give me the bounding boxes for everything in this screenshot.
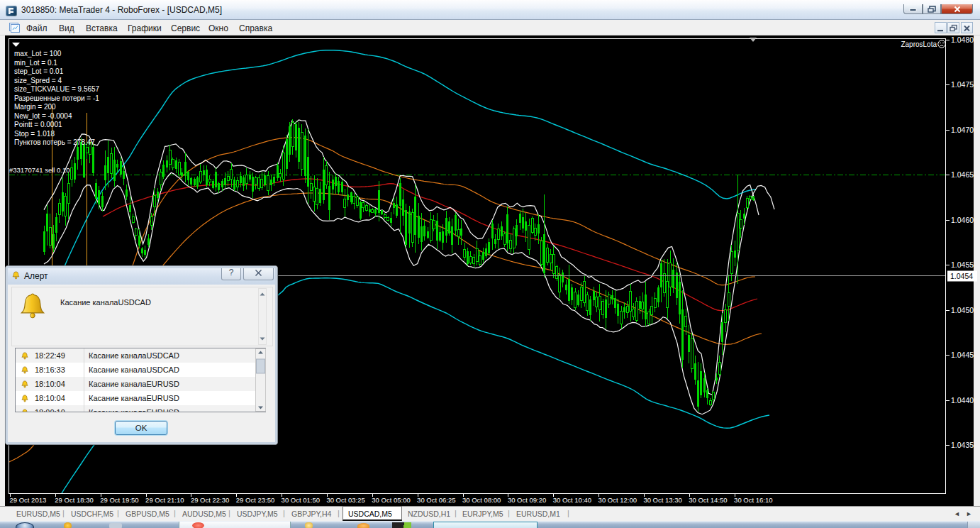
svg-text:Margin = 200: Margin = 200 <box>14 103 56 111</box>
svg-text:min_Lot = 0.1: min_Lot = 0.1 <box>14 59 57 67</box>
svg-text:1.0440: 1.0440 <box>951 396 974 405</box>
svg-text:1.0450: 1.0450 <box>951 306 974 314</box>
svg-text:1.0470: 1.0470 <box>951 126 974 134</box>
svg-text:size_Spred = 4: size_Spred = 4 <box>14 77 62 84</box>
svg-text:Pointt = 0.0001: Pointt = 0.0001 <box>14 121 62 128</box>
svg-text:1.0445: 1.0445 <box>951 351 974 359</box>
svg-text:1.0465: 1.0465 <box>951 170 974 179</box>
svg-text:30 Oct 13:30: 30 Oct 13:30 <box>643 496 681 504</box>
svg-text:29 Oct 19:50: 29 Oct 19:50 <box>100 496 138 504</box>
svg-text:Пунктов потерь = 278.47: Пунктов потерь = 278.47 <box>14 138 95 146</box>
svg-text:29 Oct 22:30: 29 Oct 22:30 <box>191 496 229 504</box>
svg-text:29 Oct 23:50: 29 Oct 23:50 <box>236 496 274 504</box>
svg-text:30 Oct 01:50: 30 Oct 01:50 <box>282 496 320 504</box>
svg-text:max_Lot = 100: max_Lot = 100 <box>14 50 62 57</box>
svg-text:30 Oct 08:00: 30 Oct 08:00 <box>462 496 501 504</box>
svg-text:30 Oct 12:00: 30 Oct 12:00 <box>598 496 637 504</box>
svg-text:New_lot = -0.0004: New_lot = -0.0004 <box>14 112 72 120</box>
svg-text:Разрешенные потери = -1: Разрешенные потери = -1 <box>14 94 99 102</box>
svg-text:1.0454: 1.0454 <box>950 272 973 280</box>
svg-text:step_Lot = 0.01: step_Lot = 0.01 <box>14 67 64 75</box>
svg-text:30 Oct 05:00: 30 Oct 05:00 <box>372 496 410 504</box>
svg-text:1.0460: 1.0460 <box>951 216 974 224</box>
svg-text:29 Oct 18:30: 29 Oct 18:30 <box>55 496 93 504</box>
svg-text:Stop = 1.018: Stop = 1.018 <box>14 130 55 138</box>
svg-text:1.0480: 1.0480 <box>951 35 974 44</box>
svg-text:ZaprosLota: ZaprosLota <box>901 40 937 48</box>
svg-text:29 Oct 21:10: 29 Oct 21:10 <box>145 496 184 504</box>
svg-text:1.0455: 1.0455 <box>951 260 974 269</box>
svg-text:#33170741 sell 0.10: #33170741 sell 0.10 <box>9 166 70 174</box>
svg-text:1.0435: 1.0435 <box>951 441 974 449</box>
svg-text:30 Oct 16:10: 30 Oct 16:10 <box>734 496 772 504</box>
svg-text:30 Oct 06:25: 30 Oct 06:25 <box>417 496 455 504</box>
svg-text:30 Oct 10:40: 30 Oct 10:40 <box>553 496 591 504</box>
svg-text:size_TICKVALUE = 9.5657: size_TICKVALUE = 9.5657 <box>14 85 100 93</box>
svg-text:1.0475: 1.0475 <box>951 80 974 89</box>
svg-text:30 Oct 03:25: 30 Oct 03:25 <box>326 496 364 504</box>
svg-text:30 Oct 09:20: 30 Oct 09:20 <box>508 496 546 504</box>
svg-text:29 Oct 2013: 29 Oct 2013 <box>10 496 47 504</box>
svg-text:30 Oct 14:50: 30 Oct 14:50 <box>689 496 727 504</box>
